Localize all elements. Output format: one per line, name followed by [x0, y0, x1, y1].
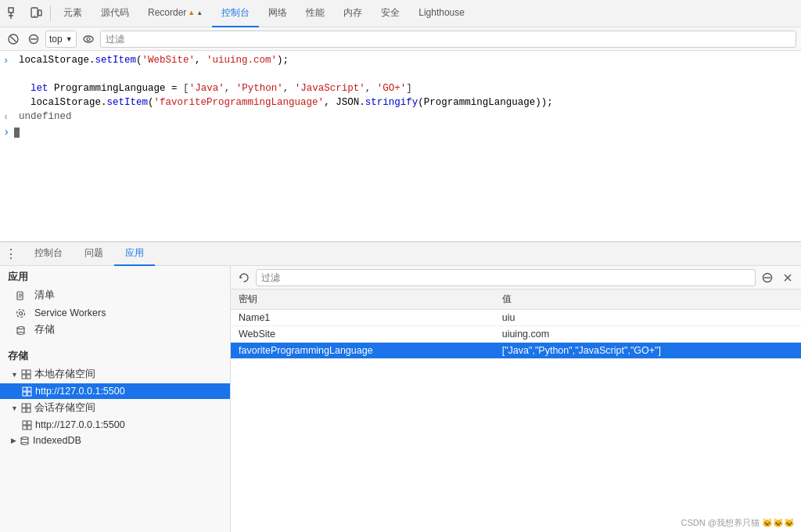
- svg-rect-33: [27, 408, 31, 412]
- console-output: › localStorage.setItem('WebSite', 'uiuin…: [0, 51, 801, 243]
- table-row[interactable]: favoriteProgrammingLanguage["Java","Pyth…: [231, 343, 801, 359]
- nav-tab-memory[interactable]: 内存: [334, 0, 372, 27]
- eye-icon[interactable]: [80, 31, 97, 48]
- svg-point-38: [21, 437, 28, 439]
- frame-selector[interactable]: top ▼: [45, 31, 77, 48]
- svg-point-5: [34, 16, 35, 17]
- nav-tab-console[interactable]: 控制台: [212, 0, 259, 27]
- gear-icon: [16, 307, 30, 318]
- svg-rect-34: [23, 421, 27, 425]
- console-toolbar: top ▼: [0, 27, 801, 51]
- refresh-button[interactable]: [235, 269, 253, 286]
- expand-triangle-idb: ▶: [11, 437, 16, 444]
- table-row[interactable]: Name1uiu: [231, 310, 801, 326]
- sidebar-indexeddb[interactable]: ▶ IndexedDB: [0, 433, 230, 448]
- watermark: CSDN @我想养只猫 🐱🐱🐱: [681, 517, 795, 529]
- bottom-panel: ⋮ 控制台 问题 应用 应用 清单 Service Workers: [0, 243, 801, 532]
- local-storage-url-label: http://127.0.0.1:5500: [35, 386, 125, 397]
- device-icon[interactable]: [25, 2, 47, 24]
- nav-tab-security[interactable]: 安全: [372, 0, 409, 27]
- svg-rect-26: [23, 387, 27, 391]
- grid-icon-local: [21, 369, 31, 379]
- svg-rect-29: [27, 392, 31, 396]
- block-button-right[interactable]: [759, 269, 776, 286]
- right-content-area: 密钥 值 Name1uiuWebSiteuiuing.comfavoritePr…: [231, 266, 801, 532]
- sidebar-session-storage-group[interactable]: ▼ 会话存储空间: [0, 399, 230, 417]
- expand-triangle-local: ▼: [11, 371, 18, 379]
- nav-tab-elements[interactable]: 元素: [54, 0, 92, 27]
- cylinder-icon-idb: [20, 436, 30, 446]
- cursor-prompt: ›: [3, 126, 9, 138]
- panel-more-button[interactable]: ⋮: [5, 246, 17, 261]
- svg-rect-25: [27, 375, 31, 379]
- panel-content: 应用 清单 Service Workers 存储 存储: [0, 266, 801, 532]
- svg-rect-30: [22, 404, 26, 408]
- console-prompt-out: ‹: [3, 111, 14, 123]
- svg-rect-23: [27, 370, 31, 374]
- sidebar-app-title: 应用: [0, 266, 230, 286]
- frame-selector-arrow: ▼: [66, 35, 73, 43]
- cylinder-icon: [16, 324, 30, 336]
- svg-rect-4: [38, 10, 41, 16]
- grid-icon-session-url: [22, 420, 32, 430]
- top-nav-bar: // Render nav tabs from data 元素 源代码 Reco…: [0, 0, 801, 27]
- sidebar-item-storage[interactable]: 存储: [0, 321, 230, 339]
- sidebar-local-storage-url[interactable]: http://127.0.0.1:5500: [0, 383, 230, 399]
- svg-point-17: [17, 310, 25, 318]
- panel-tab-app[interactable]: 应用: [114, 243, 155, 266]
- console-cursor-line[interactable]: ›: [0, 124, 801, 140]
- console-line-1: › localStorage.setItem('WebSite', 'uiuin…: [0, 54, 801, 68]
- app-sidebar: 应用 清单 Service Workers 存储 存储: [0, 266, 231, 532]
- svg-rect-36: [23, 426, 27, 430]
- close-button-right[interactable]: [779, 269, 796, 286]
- svg-point-18: [17, 327, 24, 329]
- table-cell-value: uiu: [494, 310, 801, 326]
- inspect-icon[interactable]: [3, 2, 25, 24]
- nav-tab-network[interactable]: 网络: [259, 0, 296, 27]
- storage-table-wrap: 密钥 值 Name1uiuWebSiteuiuing.comfavoritePr…: [231, 289, 801, 532]
- sidebar-local-storage-group[interactable]: ▼ 本地存储空间: [0, 365, 230, 383]
- svg-point-10: [84, 36, 93, 42]
- col-header-key: 密钥: [231, 289, 494, 310]
- table-cell-key: Name1: [231, 310, 494, 326]
- nav-tab-performance[interactable]: 性能: [296, 0, 334, 27]
- sidebar-storage-label: 存储: [34, 323, 55, 336]
- col-header-value: 值: [494, 289, 801, 310]
- panel-tab-console[interactable]: 控制台: [23, 243, 74, 266]
- grid-icon-session: [21, 403, 31, 413]
- nav-divider-1: [50, 5, 51, 21]
- sidebar-session-storage-url[interactable]: http://127.0.0.1:5500: [0, 417, 230, 433]
- nav-tab-recorder[interactable]: Recorder ▲: [138, 0, 212, 27]
- right-toolbar: [231, 266, 801, 289]
- console-filter-input[interactable]: [100, 31, 796, 48]
- clear-console-button[interactable]: [5, 31, 22, 48]
- svg-point-16: [20, 312, 23, 315]
- svg-point-11: [87, 38, 90, 41]
- sidebar-item-service-workers[interactable]: Service Workers: [0, 304, 230, 321]
- nav-tab-source[interactable]: 源代码: [92, 0, 138, 27]
- panel-tab-issues[interactable]: 问题: [74, 243, 114, 266]
- sidebar-item-manifest[interactable]: 清单: [0, 286, 230, 304]
- console-prompt-1: ›: [3, 55, 14, 66]
- block-icon[interactable]: [25, 31, 42, 48]
- console-line-blank: [0, 68, 801, 82]
- svg-line-7: [11, 36, 16, 41]
- table-cell-key: WebSite: [231, 326, 494, 343]
- nav-tab-lighthouse[interactable]: Lighthouse: [409, 0, 474, 27]
- console-line-4: ‹ undefined: [0, 110, 801, 124]
- right-filter-input[interactable]: [256, 269, 756, 286]
- svg-rect-35: [27, 421, 31, 425]
- indexeddb-label: IndexedDB: [33, 435, 81, 446]
- svg-rect-32: [22, 408, 26, 412]
- panel-tabs: ⋮ 控制台 问题 应用: [0, 243, 801, 266]
- grid-icon-url: [22, 386, 32, 397]
- table-cell-value: uiuing.com: [494, 326, 801, 343]
- local-storage-label: 本地存储空间: [34, 368, 95, 381]
- svg-rect-24: [22, 375, 26, 379]
- sidebar-manifest-label: 清单: [34, 289, 55, 302]
- table-row[interactable]: WebSiteuiuing.com: [231, 326, 801, 343]
- table-cell-value: ["Java","Python","JavaScript","GO+"]: [494, 343, 801, 359]
- svg-point-41: [21, 442, 28, 444]
- svg-rect-27: [27, 387, 31, 391]
- svg-rect-0: [9, 8, 13, 13]
